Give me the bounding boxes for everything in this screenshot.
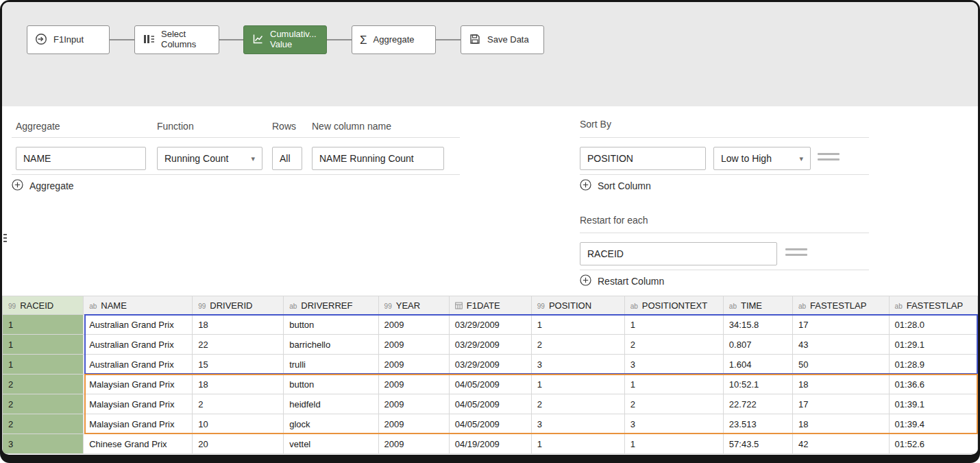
table-cell: 03/29/2009: [449, 335, 531, 355]
line-chart-icon: [252, 33, 264, 47]
table-cell: 1: [531, 375, 624, 394]
column-header-time[interactable]: abTIME: [723, 296, 792, 315]
table-cell: 1: [3, 355, 84, 375]
date-type-icon: [455, 302, 463, 310]
table-cell: 18: [193, 375, 284, 394]
table-cell: 01:28.0: [889, 315, 977, 335]
number-type-icon: 99: [8, 302, 16, 310]
number-type-icon: 99: [198, 302, 206, 310]
aggregate-column-input[interactable]: [16, 147, 146, 170]
table-cell: 2: [531, 335, 624, 355]
flow-node-label: Select Columns: [161, 29, 211, 50]
table-cell: 10:52.1: [723, 375, 792, 394]
rows-select[interactable]: All: [272, 147, 302, 170]
sigma-icon: Σ: [360, 34, 367, 46]
number-type-icon: 99: [537, 302, 545, 310]
sort-direction-select[interactable]: Low to High ▾: [713, 147, 811, 170]
flow-node-label: Aggregate: [373, 35, 415, 45]
table-cell: vettel: [284, 434, 378, 454]
table-cell: 2009: [378, 394, 449, 414]
function-select[interactable]: Running Count ▾: [157, 147, 262, 170]
restart-column-input[interactable]: [580, 242, 777, 265]
panel-collapse-handle[interactable]: [3, 234, 7, 242]
sort-column-input[interactable]: [580, 147, 706, 170]
table-cell: 01:28.9: [889, 355, 977, 375]
table-cell: 04/19/2009: [449, 434, 531, 454]
table-row: 2Malaysian Grand Prix18button200904/05/2…: [3, 375, 978, 394]
table-cell: 2009: [378, 414, 449, 434]
table-cell: 17: [792, 315, 889, 335]
flow-node-f1input[interactable]: F1Input: [27, 25, 110, 54]
table-cell: 04/05/2009: [449, 414, 531, 434]
add-restart-column-label: Restart Column: [598, 276, 664, 287]
sort-drag-handle[interactable]: [818, 153, 840, 161]
flow-node-label: Cumulativ... Value: [270, 29, 319, 50]
table-cell: 2009: [378, 315, 449, 335]
column-header-raceid[interactable]: 99RACEID: [3, 296, 84, 315]
table-cell: 01:39.4: [889, 414, 977, 434]
circle-plus-icon: [12, 179, 23, 193]
new-column-name-label: New column name: [312, 121, 391, 132]
column-header-f1date[interactable]: F1DATE: [449, 296, 531, 315]
table-cell: 1: [531, 434, 624, 454]
flow-connector: [219, 39, 243, 40]
flow-connector: [327, 39, 352, 40]
flow-node-aggregate[interactable]: Σ Aggregate: [352, 25, 436, 54]
table-cell: 17: [792, 394, 889, 414]
data-preview-table: 99RACEIDabNAME99DRIVERIDabDRIVERREF99YEA…: [2, 296, 978, 454]
flow-node-select-columns[interactable]: Select Columns: [134, 25, 219, 54]
column-header-year[interactable]: 99YEAR: [378, 296, 449, 315]
column-header-fastestlap[interactable]: abFASTESTLAP: [889, 296, 977, 315]
table-cell: 2009: [378, 434, 449, 454]
divider: [580, 174, 869, 175]
column-header-fastestlap[interactable]: abFASTESTLAP: [792, 296, 889, 315]
column-header-driverref[interactable]: abDRIVERREF: [284, 296, 378, 315]
table-cell: 18: [193, 315, 284, 335]
header-row: 99RACEIDabNAME99DRIVERIDabDRIVERREF99YEA…: [3, 296, 978, 315]
table-cell: 04/05/2009: [449, 375, 531, 394]
table-cell: button: [284, 375, 378, 394]
add-restart-column-button[interactable]: Restart Column: [580, 274, 664, 288]
chevron-down-icon: ▾: [251, 154, 255, 163]
select-columns-icon: [143, 33, 155, 47]
table-cell: Malaysian Grand Prix: [84, 394, 193, 414]
column-header-positiontext[interactable]: abPOSITIONTEXT: [624, 296, 723, 315]
add-aggregate-label: Aggregate: [29, 180, 74, 191]
table-cell: button: [284, 315, 378, 335]
flow-node-cumulative-value[interactable]: Cumulativ... Value: [243, 25, 327, 54]
table-cell: Malaysian Grand Prix: [84, 375, 193, 394]
text-type-icon: ab: [895, 302, 903, 310]
sort-by-title: Sort By: [580, 119, 611, 130]
window-frame: F1Input Select Columns Cumulativ... Valu…: [0, 0, 980, 463]
table-cell: 57:43.5: [723, 434, 792, 454]
divider: [580, 137, 869, 138]
column-header-position[interactable]: 99POSITION: [531, 296, 624, 315]
save-icon: [469, 33, 481, 47]
table-cell: 22: [193, 335, 284, 355]
text-type-icon: ab: [289, 302, 297, 310]
restart-drag-handle[interactable]: [785, 248, 807, 256]
table-cell: heidfeld: [284, 394, 378, 414]
flow-node-save-data[interactable]: Save Data: [461, 25, 544, 54]
new-column-name-input[interactable]: [312, 147, 444, 170]
table-cell: 2: [3, 394, 84, 414]
rows-select-value: All: [280, 153, 291, 164]
table-row: 2Malaysian Grand Prix10glock200904/05/20…: [3, 414, 978, 434]
divider: [580, 233, 869, 233]
table-cell: 3: [531, 414, 624, 434]
dataflow-editor: F1Input Select Columns Cumulativ... Valu…: [2, 2, 978, 455]
data-preview: 99RACEIDabNAME99DRIVERIDabDRIVERREF99YEA…: [2, 296, 978, 455]
table-row: 1Australian Grand Prix15trulli200903/29/…: [3, 355, 978, 375]
column-header-name[interactable]: abNAME: [84, 296, 193, 315]
table-cell: 34:15.8: [723, 315, 792, 335]
table-cell: 01:52.6: [889, 434, 977, 454]
table-cell: 0.807: [723, 335, 792, 355]
circle-plus-icon: [580, 179, 591, 193]
add-aggregate-button[interactable]: Aggregate: [12, 179, 74, 193]
column-header-driverid[interactable]: 99DRIVERID: [193, 296, 284, 315]
circle-plus-icon: [580, 274, 591, 288]
add-sort-column-button[interactable]: Sort Column: [580, 179, 651, 193]
sort-direction-value: Low to High: [721, 153, 772, 164]
table-cell: Malaysian Grand Prix: [84, 414, 193, 434]
function-select-value: Running Count: [164, 153, 228, 164]
